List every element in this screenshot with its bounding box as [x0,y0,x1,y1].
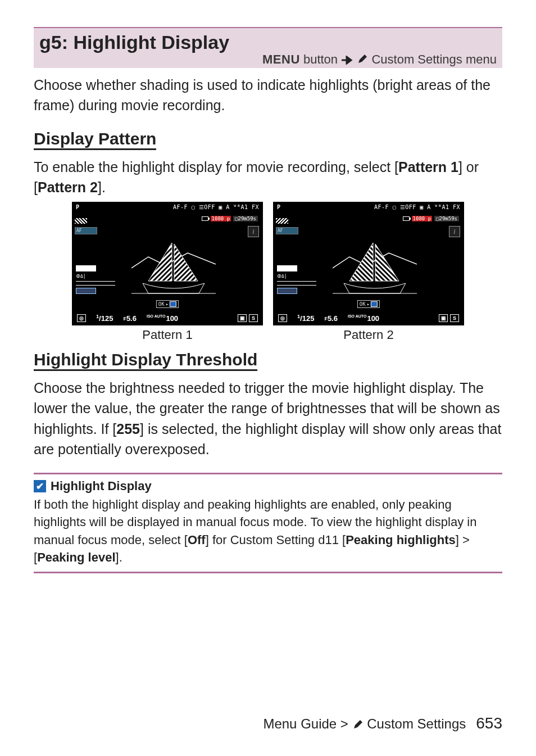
zebra-icon [75,218,87,224]
info-icon [248,226,259,237]
title-box: g5: Highlight Display MENU button Custom… [34,27,502,68]
ok-button-icon: OK▸ [156,300,179,308]
menu-path: MENU button Custom Settings menu [39,52,497,67]
sailboat-icon [131,237,216,305]
section-threshold: Highlight Display Threshold [34,350,257,371]
intro-text: Choose whether shading is used to indica… [34,75,502,116]
menu-end: Custom Settings menu [368,52,497,66]
af-box: AF [75,227,97,234]
waveform-icon [277,265,297,271]
camera-icon: ▣ [238,314,247,322]
lcd-screenshot-2: PAF-F ▢ ☰OFF ▣ A ᵂᴮA1 FX 1080 p▢29m59s A… [273,202,464,325]
pencil-icon [357,53,368,65]
tip-box: ✔ Highlight Display If both the highligh… [34,473,502,573]
tip-body: If both the highlight display and peakin… [34,496,502,566]
zebra-icon [276,218,288,224]
caption-pattern-2: Pattern 2 [343,328,393,342]
card-icon: S [249,314,258,322]
page-footer: Menu Guide > Custom Settings 653 [34,714,502,732]
sailboat-icon [333,237,417,305]
menu-word-rest: button [300,52,341,66]
threshold-text: Choose the brightness needed to trigger … [34,378,502,459]
waveform-icon [76,265,96,271]
display-pattern-text: To enable the highlight display for movi… [34,157,502,198]
figure-pattern-2: PAF-F ▢ ☰OFF ▣ A ᵂᴮA1 FX 1080 p▢29m59s A… [273,202,464,342]
pencil-icon [352,719,364,730]
metering-icon: ◎ [278,314,287,322]
tip-heading: ✔ Highlight Display [34,479,502,494]
card-icon: S [450,314,459,322]
section-display-pattern: Display Pattern [34,129,156,150]
page-number: 653 [476,714,502,732]
menu-word: MENU [262,52,300,66]
check-icon: ✔ [34,480,46,492]
histogram-icon [277,288,297,294]
breadcrumb: Menu Guide > Custom Settings [263,716,466,732]
camera-icon: ▣ [439,314,448,322]
caption-pattern-1: Pattern 1 [142,328,192,342]
metering-icon: ◎ [77,314,86,322]
lcd-screenshot-1: PAF-F ▢ ☰OFF ▣ A ᵂᴮA1 FX 1080 p▢29m59s A… [72,202,263,325]
info-icon [449,226,460,237]
histogram-icon [76,288,96,294]
ok-button-icon: OK▸ [357,300,380,308]
figure-row: PAF-F ▢ ☰OFF ▣ A ᵂᴮA1 FX 1080 p▢29m59s A… [34,202,502,342]
arrow-right-icon [341,56,353,65]
figure-pattern-1: PAF-F ▢ ☰OFF ▣ A ᵂᴮA1 FX 1080 p▢29m59s A… [72,202,263,342]
af-box: AF [276,227,298,234]
page-title: g5: Highlight Display [39,31,497,53]
